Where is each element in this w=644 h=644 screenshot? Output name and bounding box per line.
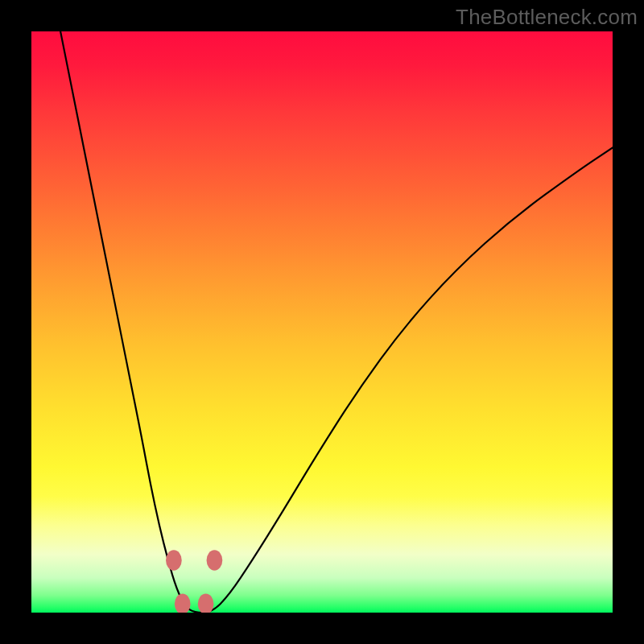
plot-area [31, 31, 613, 613]
trough-marker [175, 594, 191, 613]
chart-frame: TheBottleneck.com [0, 0, 644, 644]
trough-marker [198, 594, 214, 613]
bottleneck-curve-path [60, 31, 613, 613]
trough-marker [166, 550, 182, 570]
trough-marker [207, 550, 223, 570]
watermark-text: TheBottleneck.com [456, 5, 638, 30]
bottleneck-curve-svg [31, 31, 613, 613]
